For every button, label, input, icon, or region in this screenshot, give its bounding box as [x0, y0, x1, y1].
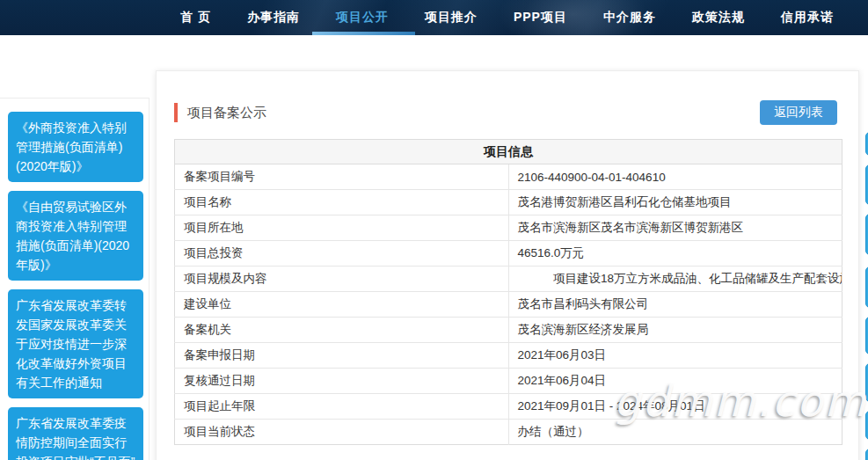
nav-item-2[interactable]: 项目公开 — [324, 0, 401, 35]
sidebar-notice-link-0[interactable]: 《外商投资准入特别管理措施(负面清单)(2020年版)》 — [8, 112, 143, 182]
nav-item-4[interactable]: PPP项目 — [501, 0, 580, 35]
nav-item-3[interactable]: 项目推介 — [412, 0, 490, 35]
table-row: 备案机关茂名滨海新区经济发展局 — [175, 318, 842, 343]
nav-item-8[interactable]: 下载专区 — [857, 0, 868, 35]
field-value: 2106-440900-04-01-404610 — [508, 164, 842, 190]
main-card: 项目备案公示 返回列表 项目信息 备案项目编号2106-440900-04-01… — [156, 70, 859, 460]
sidebar-notice-link-1[interactable]: 《自由贸易试验区外商投资准入特别管理措施(负面清单)(2020年版)》 — [8, 191, 143, 281]
page: 首 页办事指南项目公开项目推介PPP项目中介服务政策法规信用承诺下载专区 《外商… — [0, 0, 868, 460]
table-row: 建设单位茂名市昌利码头有限公司 — [175, 292, 842, 318]
field-value: 项目建设18万立方米成品油、化工品储罐及生产配套设施，另行配套码头泊位。 — [508, 267, 842, 292]
table-row: 项目规模及内容 项目建设18万立方米成品油、化工品储罐及生产配套设施，另行配套码… — [175, 267, 842, 292]
table-row: 项目当前状态办结（通过） — [175, 420, 842, 445]
field-label: 项目规模及内容 — [175, 267, 509, 292]
field-value: 2021年06月03日 — [508, 343, 842, 369]
nav-item-5[interactable]: 中介服务 — [591, 0, 668, 35]
table-header-row: 项目信息 — [175, 140, 842, 164]
sidebar-notice-link-3[interactable]: 广东省发展改革委疫情防控期间全面实行投资项目审批“不见面”在线办理 — [8, 407, 143, 460]
table-row: 复核通过日期2021年06月04日 — [175, 369, 842, 394]
field-value: 2021年06月04日 — [508, 369, 842, 394]
top-navbar: 首 页办事指南项目公开项目推介PPP项目中介服务政策法规信用承诺下载专区 — [0, 0, 868, 35]
table-row: 项目名称茂名港博贺新港区昌利石化仓储基地项目 — [175, 190, 842, 215]
field-label: 备案机关 — [175, 318, 509, 343]
field-label: 项目起止年限 — [175, 394, 509, 420]
right-sidebar-sliver — [859, 85, 868, 460]
title-accent-bar — [174, 103, 178, 122]
table-row: 项目所在地茂名市滨海新区茂名市滨海新区博贺新港区 — [175, 215, 842, 241]
field-value: 茂名市滨海新区茂名市滨海新区博贺新港区 — [508, 215, 842, 241]
table-row: 备案项目编号2106-440900-04-01-404610 — [175, 164, 842, 190]
table-row: 项目起止年限2021年09月01日 - 2024年08月01日 — [175, 394, 842, 420]
page-title: 项目备案公示 — [187, 105, 760, 121]
back-to-list-button[interactable]: 返回列表 — [760, 100, 837, 125]
field-value: 茂名港博贺新港区昌利石化仓储基地项目 — [508, 190, 842, 215]
nav-item-1[interactable]: 办事指南 — [235, 0, 312, 35]
table-row: 备案申报日期2021年06月03日 — [175, 343, 842, 369]
field-label: 建设单位 — [175, 292, 509, 318]
field-label: 项目总投资 — [175, 241, 509, 267]
field-label: 备案申报日期 — [175, 343, 509, 369]
field-label: 复核通过日期 — [175, 369, 509, 394]
left-sidebar: 《外商投资准入特别管理措施(负面清单)(2020年版)》《自由贸易试验区外商投资… — [0, 98, 150, 460]
field-label: 项目当前状态 — [175, 420, 509, 445]
field-label: 项目名称 — [175, 190, 509, 215]
project-info-table: 项目信息 备案项目编号2106-440900-04-01-404610项目名称茂… — [174, 139, 842, 445]
nav-item-7[interactable]: 信用承诺 — [769, 0, 846, 35]
field-value: 办结（通过） — [508, 420, 842, 445]
table-title: 项目信息 — [175, 140, 842, 164]
field-value: 茂名滨海新区经济发展局 — [508, 318, 842, 343]
nav-item-0[interactable]: 首 页 — [168, 0, 223, 35]
field-value: 46516.0万元 — [508, 241, 842, 267]
table-row: 项目总投资46516.0万元 — [175, 241, 842, 267]
field-value: 2021年09月01日 - 2024年08月01日 — [508, 394, 842, 420]
field-label: 项目所在地 — [175, 215, 509, 241]
field-label: 备案项目编号 — [175, 164, 509, 190]
field-value: 茂名市昌利码头有限公司 — [508, 292, 842, 318]
nav-item-6[interactable]: 政策法规 — [680, 0, 757, 35]
nav-menu: 首 页办事指南项目公开项目推介PPP项目中介服务政策法规信用承诺下载专区 — [0, 0, 868, 35]
sidebar-notice-link-2[interactable]: 广东省发展改革委转发国家发展改革委关于应对疫情进一步深化改革做好外资项目有关工作… — [8, 289, 143, 398]
card-header: 项目备案公示 返回列表 — [157, 71, 858, 133]
